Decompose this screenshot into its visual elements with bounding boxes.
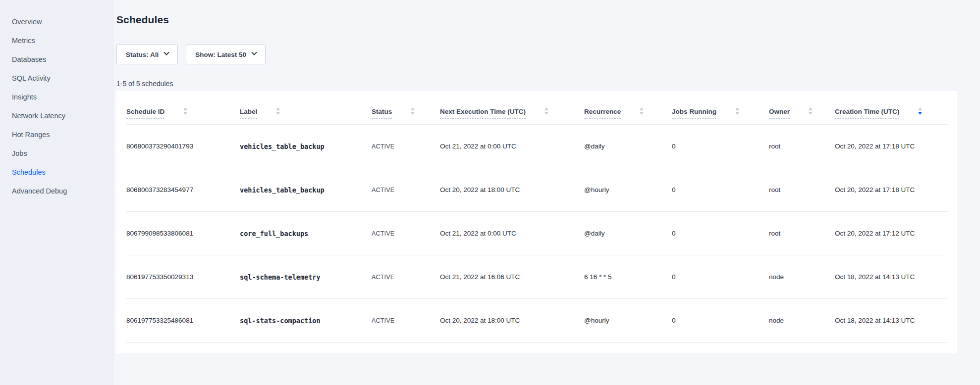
column-header-owner[interactable]: Owner bbox=[769, 107, 835, 119]
cell-id: 806800373290401793 bbox=[126, 143, 240, 150]
cell-recurrence: @hourly bbox=[584, 317, 672, 324]
sort-icon[interactable] bbox=[544, 107, 548, 119]
chevron-down-icon bbox=[164, 49, 169, 55]
cell-label: sql-stats-compaction bbox=[240, 317, 372, 325]
column-header-jobs_running[interactable]: Jobs Running bbox=[672, 107, 769, 119]
sidebar-item-network-latency[interactable]: Network Latency bbox=[0, 106, 114, 125]
sort-icon[interactable] bbox=[276, 107, 280, 119]
sort-icon[interactable] bbox=[918, 107, 922, 119]
cell-owner: root bbox=[769, 230, 835, 237]
sort-icon[interactable] bbox=[735, 107, 739, 119]
table-row: 806197753325486081sql-stats-compactionAC… bbox=[126, 299, 947, 342]
cell-jobs_running: 0 bbox=[672, 273, 769, 281]
cell-id: 806197753350029313 bbox=[126, 273, 240, 281]
column-header-next_execution[interactable]: Next Execution Time (UTC) bbox=[440, 107, 584, 119]
cell-id: 806800373283454977 bbox=[126, 186, 240, 193]
column-header-label: Jobs Running bbox=[672, 108, 716, 119]
table-header-row: Schedule IDLabelStatusNext Execution Tim… bbox=[126, 91, 947, 125]
cell-next_execution: Oct 21, 2022 at 16:06 UTC bbox=[440, 273, 584, 281]
cell-owner: node bbox=[769, 273, 835, 281]
column-header-label[interactable]: Label bbox=[240, 107, 372, 119]
cell-label: vehicles_table_backup bbox=[240, 143, 372, 150]
page-title: Schedules bbox=[116, 14, 957, 26]
column-header-status[interactable]: Status bbox=[372, 107, 440, 119]
cell-creation_time: Oct 20, 2022 at 17:18 UTC bbox=[835, 186, 947, 193]
status-filter-dropdown[interactable]: Status: All bbox=[116, 45, 178, 64]
cell-creation_time: Oct 18, 2022 at 14:13 UTC bbox=[835, 273, 947, 281]
sidebar-item-databases[interactable]: Databases bbox=[0, 50, 114, 69]
cell-status: ACTIVE bbox=[372, 274, 440, 281]
table-row: 806197753350029313sql-schema-telemetryAC… bbox=[126, 255, 947, 299]
cell-status: ACTIVE bbox=[372, 187, 440, 193]
sidebar-item-sql-activity[interactable]: SQL Activity bbox=[0, 69, 114, 88]
cell-label: core_full_backups bbox=[240, 230, 372, 238]
sidebar-item-schedules[interactable]: Schedules bbox=[0, 163, 114, 182]
sort-icon[interactable] bbox=[640, 107, 644, 119]
cell-recurrence: @hourly bbox=[584, 186, 672, 193]
column-header-recurrence[interactable]: Recurrence bbox=[584, 107, 672, 119]
chevron-down-icon bbox=[251, 49, 257, 55]
cell-jobs_running: 0 bbox=[672, 230, 769, 237]
column-header-label: Creation Time (UTC) bbox=[835, 108, 899, 119]
filter-bar: Status: All Show: Latest 50 bbox=[116, 45, 957, 64]
sidebar-item-jobs[interactable]: Jobs bbox=[0, 144, 114, 163]
column-header-label: Status bbox=[372, 108, 392, 119]
sidebar-item-insights[interactable]: Insights bbox=[0, 88, 114, 106]
results-count: 1-5 of 5 schedules bbox=[116, 80, 957, 88]
cell-creation_time: Oct 20, 2022 at 17:18 UTC bbox=[835, 143, 947, 150]
column-header-label: Recurrence bbox=[584, 108, 621, 119]
sidebar-item-hot-ranges[interactable]: Hot Ranges bbox=[0, 125, 114, 144]
column-header-creation_time[interactable]: Creation Time (UTC) bbox=[835, 107, 947, 119]
cell-recurrence: @daily bbox=[584, 143, 672, 150]
cell-jobs_running: 0 bbox=[672, 317, 769, 324]
column-header-id[interactable]: Schedule ID bbox=[126, 107, 240, 119]
cell-status: ACTIVE bbox=[372, 317, 440, 324]
status-filter-label: Status: All bbox=[126, 51, 159, 58]
column-header-label: Next Execution Time (UTC) bbox=[440, 108, 526, 119]
cell-next_execution: Oct 20, 2022 at 18:00 UTC bbox=[440, 317, 584, 324]
table-row: 806800373290401793vehicles_table_backupA… bbox=[126, 125, 947, 168]
cell-owner: root bbox=[769, 186, 835, 193]
column-header-label: Schedule ID bbox=[126, 108, 164, 119]
cell-next_execution: Oct 21, 2022 at 0:00 UTC bbox=[440, 230, 584, 237]
cell-recurrence: @daily bbox=[584, 230, 672, 237]
sidebar-item-advanced-debug[interactable]: Advanced Debug bbox=[0, 182, 114, 200]
cell-next_execution: Oct 21, 2022 at 0:00 UTC bbox=[440, 143, 584, 150]
cell-id: 806197753325486081 bbox=[126, 317, 240, 324]
cell-owner: node bbox=[769, 317, 835, 324]
table-row: 806799098533806081core_full_backupsACTIV… bbox=[126, 212, 947, 255]
sort-icon[interactable] bbox=[809, 107, 813, 119]
cell-label: sql-schema-telemetry bbox=[240, 273, 372, 281]
column-header-label: Label bbox=[240, 108, 257, 119]
schedules-page: Schedules Status: All Show: Latest 50 1-… bbox=[114, 0, 980, 385]
show-filter-label: Show: Latest 50 bbox=[195, 51, 246, 58]
table-body: 806800373290401793vehicles_table_backupA… bbox=[126, 125, 947, 342]
cell-recurrence: 6 16 * * 5 bbox=[584, 273, 672, 281]
cell-creation_time: Oct 20, 2022 at 17:12 UTC bbox=[835, 230, 947, 237]
sidebar-item-metrics[interactable]: Metrics bbox=[0, 31, 114, 50]
cell-owner: root bbox=[769, 143, 835, 150]
cell-status: ACTIVE bbox=[372, 143, 440, 150]
cell-creation_time: Oct 18, 2022 at 14:13 UTC bbox=[835, 317, 947, 324]
cell-id: 806799098533806081 bbox=[126, 230, 240, 237]
schedules-table-card: Schedule IDLabelStatusNext Execution Tim… bbox=[116, 91, 957, 353]
cell-label: vehicles_table_backup bbox=[240, 186, 372, 194]
sort-icon[interactable] bbox=[183, 107, 187, 119]
cell-jobs_running: 0 bbox=[672, 186, 769, 193]
sidebar-nav: OverviewMetricsDatabasesSQL ActivityInsi… bbox=[0, 0, 114, 385]
sidebar-item-overview[interactable]: Overview bbox=[0, 12, 114, 31]
show-filter-dropdown[interactable]: Show: Latest 50 bbox=[186, 45, 266, 64]
cell-jobs_running: 0 bbox=[672, 143, 769, 150]
sort-icon[interactable] bbox=[411, 107, 415, 119]
cell-next_execution: Oct 20, 2022 at 18:00 UTC bbox=[440, 186, 584, 193]
cell-status: ACTIVE bbox=[372, 230, 440, 237]
column-header-label: Owner bbox=[769, 108, 790, 119]
table-row: 806800373283454977vehicles_table_backupA… bbox=[126, 168, 947, 212]
